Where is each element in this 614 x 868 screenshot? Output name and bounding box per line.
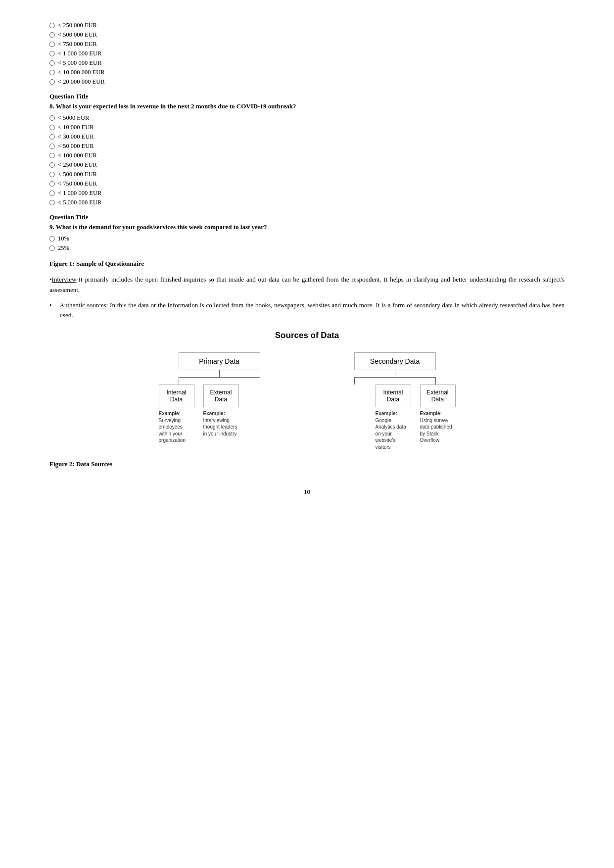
page-number: 10	[49, 488, 565, 496]
radio-option-500k[interactable]: < 500 000 EUR	[49, 31, 565, 39]
sources-diagram: Primary Data Secondary Data	[49, 352, 565, 450]
radio-label: < 250 000 EUR	[58, 22, 97, 29]
down-right-1	[354, 378, 355, 385]
radio-option-30k[interactable]: < 30 000 EUR	[49, 133, 565, 141]
radio-label: < 20 000 000 EUR	[58, 78, 105, 86]
radio-circle[interactable]	[49, 70, 55, 75]
internal-data-2-box: InternalData	[376, 385, 411, 407]
radio-circle[interactable]	[49, 245, 55, 251]
radio-option-250k[interactable]: < 250 000 EUR	[49, 22, 565, 29]
example-4: Example:Using survey data published by S…	[420, 410, 456, 450]
radio-option-1m-q8[interactable]: < 1 000 000 EUR	[49, 190, 565, 197]
radio-circle[interactable]	[49, 134, 55, 140]
sources-heading: Sources of Data	[49, 331, 565, 340]
down-left-2	[260, 378, 260, 385]
radio-circle[interactable]	[49, 60, 55, 66]
radio-circle[interactable]	[49, 42, 55, 47]
question-9-text: 9. What is the demand for your goods/ser…	[49, 223, 565, 231]
radio-circle[interactable]	[49, 23, 55, 28]
radio-option-250k-q8[interactable]: < 250 000 EUR	[49, 161, 565, 169]
radio-circle[interactable]	[49, 181, 55, 187]
authentic-bullet: •	[49, 300, 52, 311]
radio-circle[interactable]	[49, 115, 55, 121]
radio-option-10pct[interactable]: 10%	[49, 235, 565, 242]
radio-label: < 10 000 000 EUR	[58, 69, 105, 76]
radio-label: 10%	[58, 235, 69, 242]
radio-option-1m[interactable]: < 1 000 000 EUR	[49, 50, 565, 57]
external-data-2-box: ExternalData	[420, 385, 456, 407]
interview-label: Interview	[52, 276, 77, 283]
internal-data-1-box: InternalData	[159, 385, 194, 407]
authentic-text: Authentic sources: In this the data or t…	[60, 300, 565, 321]
primary-sub-pair: InternalData ExternalData	[159, 385, 239, 407]
radio-option-100k[interactable]: < 100 000 EUR	[49, 152, 565, 159]
down-right-2	[435, 378, 436, 385]
question-8-options: < 5000 EUR < 10 000 EUR < 30 000 EUR < 5…	[49, 114, 565, 206]
radio-label: 25%	[58, 244, 69, 252]
question-7-options: < 250 000 EUR < 500 000 EUR < 750 000 EU…	[49, 22, 565, 86]
diagram-top-row: Primary Data Secondary Data	[149, 352, 466, 370]
radio-circle[interactable]	[49, 162, 55, 168]
radio-label: < 30 000 EUR	[58, 133, 94, 141]
primary-data-box: Primary Data	[179, 352, 260, 370]
question-8-text: 8. What is your expected loss in revenue…	[49, 102, 565, 110]
radio-option-10m[interactable]: < 10 000 000 EUR	[49, 69, 565, 76]
example-2: Example:Interviewing thought leaders in …	[203, 410, 239, 450]
radio-label: < 10 000 EUR	[58, 124, 94, 131]
example-3: Example:Google Analytics data on your we…	[376, 410, 411, 450]
authentic-paragraph: • Authentic sources: In this the data or…	[49, 300, 565, 321]
primary-examples: Example:Surveying employees within your …	[159, 410, 239, 450]
radio-circle[interactable]	[49, 125, 55, 130]
left-connector	[179, 370, 260, 385]
question-8-title-label: Question Title	[49, 93, 565, 100]
two-downs-right	[354, 378, 436, 385]
secondary-data-box: Secondary Data	[354, 352, 436, 370]
radio-option-500k-q8[interactable]: < 500 000 EUR	[49, 171, 565, 178]
radio-label: < 250 000 EUR	[58, 161, 97, 169]
example-1: Example:Surveying employees within your …	[159, 410, 194, 450]
radio-label: < 100 000 EUR	[58, 152, 97, 159]
radio-circle[interactable]	[49, 51, 55, 56]
radio-label: < 1 000 000 EUR	[58, 190, 101, 197]
radio-circle[interactable]	[49, 200, 55, 205]
radio-circle[interactable]	[49, 79, 55, 85]
radio-label: < 5 000 000 EUR	[58, 199, 101, 206]
radio-circle[interactable]	[49, 236, 55, 241]
diagram-sub-boxes-row: InternalData ExternalData InternalData E…	[149, 385, 466, 407]
radio-option-5k[interactable]: < 5000 EUR	[49, 114, 565, 122]
diagram-examples-row: Example:Surveying employees within your …	[149, 407, 466, 450]
radio-label: < 500 000 EUR	[58, 31, 97, 39]
interview-paragraph: •Interview-It primarily includes the ope…	[49, 275, 565, 295]
radio-circle[interactable]	[49, 144, 55, 149]
radio-option-750k[interactable]: < 750 000 EUR	[49, 41, 565, 48]
radio-option-25pct[interactable]: 25%	[49, 244, 565, 252]
v-line-left	[219, 370, 220, 377]
radio-option-10k[interactable]: < 10 000 EUR	[49, 124, 565, 131]
radio-label: < 750 000 EUR	[58, 41, 97, 48]
radio-circle[interactable]	[49, 191, 55, 196]
radio-circle[interactable]	[49, 32, 55, 38]
radio-label: < 750 000 EUR	[58, 180, 97, 188]
radio-option-5m-q8[interactable]: < 5 000 000 EUR	[49, 199, 565, 206]
right-connector	[354, 370, 436, 385]
figure-1-caption: Figure 1: Sample of Questionnaire	[49, 260, 565, 268]
radio-label: < 1 000 000 EUR	[58, 50, 101, 57]
secondary-examples: Example:Google Analytics data on your we…	[376, 410, 456, 450]
figure-2-caption: Figure 2: Data Sources	[49, 460, 565, 468]
interview-hyphen: -It primarily includes the open finished…	[49, 276, 565, 293]
radio-option-50k[interactable]: < 50 000 EUR	[49, 143, 565, 150]
v-line-right	[395, 370, 395, 377]
radio-option-5m[interactable]: < 5 000 000 EUR	[49, 59, 565, 67]
down-left-1	[179, 378, 179, 385]
radio-label: < 500 000 EUR	[58, 171, 97, 178]
radio-circle[interactable]	[49, 172, 55, 177]
authentic-label: Authentic sources:	[60, 301, 108, 309]
radio-option-20m[interactable]: < 20 000 000 EUR	[49, 78, 565, 86]
radio-circle[interactable]	[49, 153, 55, 158]
secondary-sub-pair: InternalData ExternalData	[376, 385, 456, 407]
two-downs-left	[179, 378, 260, 385]
external-data-1-box: ExternalData	[203, 385, 239, 407]
radio-option-750k-q8[interactable]: < 750 000 EUR	[49, 180, 565, 188]
radio-label: < 5 000 000 EUR	[58, 59, 101, 67]
radio-label: < 50 000 EUR	[58, 143, 94, 150]
